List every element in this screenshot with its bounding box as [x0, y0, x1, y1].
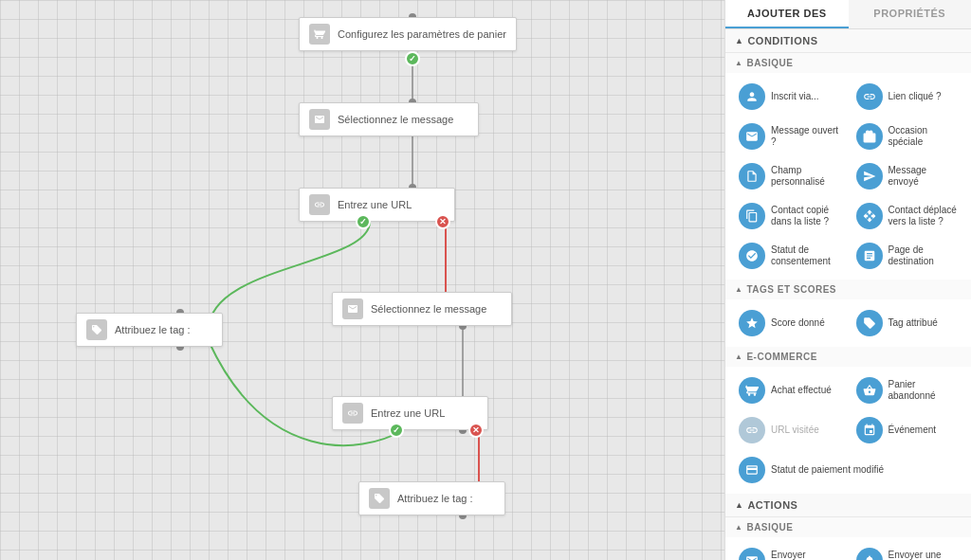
cond-label-tag-att: Tag attribué	[889, 317, 938, 329]
cond-icon-champ	[739, 163, 765, 190]
cond-icon-ouvert	[739, 123, 765, 150]
node-url-1[interactable]: Entrez une URL	[299, 188, 455, 222]
cond-statut-consentement[interactable]: Statut de consentement	[733, 238, 847, 274]
node-icon-msg1	[309, 109, 330, 130]
node-selectionnez-1[interactable]: Sélectionnez le message	[299, 102, 479, 136]
conditions-grid-ecommerce: Achat effectué Panier abandonné URL visi…	[725, 367, 971, 494]
node-label: Sélectionnez le message	[338, 114, 453, 125]
node-url-2[interactable]: Entrez une URL	[332, 396, 488, 430]
arrow-basique1: ▲	[735, 59, 742, 67]
conditions-grid-actions: Envoyer message Envoyer une notification…	[725, 537, 971, 560]
sub-section-tags-label: TAGS ET SCORES	[746, 284, 836, 295]
node-tag-1[interactable]: Attribuez le tag :	[76, 313, 223, 347]
node-label: Entrez une URL	[338, 199, 412, 210]
node-icon-tag1	[86, 319, 107, 340]
panel-tabs: AJOUTER DES PROPRIÉTÉS	[725, 0, 971, 29]
arrow-ecommerce: ▲	[735, 352, 742, 361]
cond-icon-consentement	[739, 243, 765, 269]
conditions-grid-tags: Score donné Tag attribué	[725, 299, 971, 347]
cond-message-ouvert[interactable]: Message ouvert ?	[733, 118, 847, 154]
cond-label-ouvert: Message ouvert ?	[771, 125, 841, 148]
cond-icon-copie	[739, 203, 765, 229]
cond-icon-score	[739, 310, 765, 336]
cond-label-url-vis: URL visitée	[771, 425, 819, 436]
cond-score-donne[interactable]: Score donné	[733, 305, 847, 341]
node-icon-url1	[309, 194, 330, 215]
cond-icon-paiement	[739, 457, 765, 483]
sub-section-basique2-label: BASIQUE	[746, 522, 793, 533]
cond-label-champ: Champ personnalisé	[771, 165, 841, 188]
connector-red-n3	[435, 214, 450, 229]
cond-label-panier: Panier abandonné	[889, 379, 959, 402]
node-icon-cart	[309, 24, 330, 45]
cond-label-event: Événement	[889, 425, 937, 436]
cond-icon-deplace	[856, 203, 883, 229]
cond-label-envoye: Message envoyé	[889, 165, 959, 188]
cond-occasion[interactable]: Occasion spéciale	[851, 118, 964, 154]
node-selectionnez-2[interactable]: Sélectionnez le message	[332, 292, 512, 326]
action-label-push: Envoyer une notification push	[889, 550, 959, 560]
arrow-conditions: ▲	[735, 36, 743, 45]
node-configurez[interactable]: Configurez les paramètres de panier	[299, 17, 517, 51]
cond-label-occasion: Occasion spéciale	[889, 125, 959, 148]
section-conditions[interactable]: ▲ CONDITIONS	[725, 29, 971, 53]
cond-icon-event	[856, 417, 883, 443]
sub-section-basique1-label: BASIQUE	[746, 58, 793, 68]
cond-tag-attribue[interactable]: Tag attribué	[851, 305, 964, 341]
cond-message-envoye[interactable]: Message envoyé	[851, 158, 964, 194]
cond-icon-panier	[856, 377, 883, 404]
action-icon-email	[739, 548, 765, 560]
section-actions[interactable]: ▲ ACTIONS	[725, 494, 971, 517]
arrow-actions: ▲	[735, 500, 743, 510]
cond-inscrit-via[interactable]: Inscrit via...	[733, 79, 847, 115]
cond-label-lien: Lien cliqué ?	[889, 91, 942, 102]
cond-icon-occasion	[856, 123, 883, 150]
section-conditions-label: CONDITIONS	[747, 35, 817, 46]
connector-green-n1	[405, 51, 420, 66]
arrow-basique2: ▲	[735, 523, 742, 532]
cond-label-inscrit: Inscrit via...	[771, 91, 819, 102]
node-label: Configurez les paramètres de panier	[338, 28, 506, 40]
cond-panier-abandonne[interactable]: Panier abandonné	[851, 372, 964, 408]
cond-lien-clique[interactable]: Lien cliqué ?	[851, 79, 964, 115]
cond-icon-lien	[856, 83, 883, 110]
sub-section-tags[interactable]: ▲ TAGS ET SCORES	[725, 280, 971, 299]
conditions-grid-basique: Inscrit via... Lien cliqué ? Message ouv…	[725, 73, 971, 280]
action-label-email: Envoyer message	[771, 550, 841, 560]
tab-proprietes[interactable]: PROPRIÉTÉS	[849, 0, 972, 28]
cond-url-visitee[interactable]: URL visitée	[733, 412, 847, 448]
tab-ajouter[interactable]: AJOUTER DES	[725, 0, 849, 28]
node-label: Attribuez le tag :	[115, 324, 191, 335]
cond-icon-url-vis	[739, 417, 765, 443]
cond-champ-perso[interactable]: Champ personnalisé	[733, 158, 847, 194]
connector-green-n6	[389, 423, 404, 438]
cond-label-achat: Achat effectué	[771, 385, 832, 396]
node-tag-2[interactable]: Attribuez le tag :	[358, 481, 505, 515]
action-envoyer-message[interactable]: Envoyer message	[733, 543, 847, 560]
cond-contact-deplace[interactable]: Contact déplacé vers la liste ?	[851, 198, 964, 234]
action-notif-push[interactable]: Envoyer une notification push	[851, 543, 964, 560]
node-icon-msg2	[342, 298, 363, 319]
cond-achat[interactable]: Achat effectué	[733, 372, 847, 408]
cond-evenement[interactable]: Événement	[851, 412, 964, 448]
cond-label-consentement: Statut de consentement	[771, 244, 841, 267]
node-label: Attribuez le tag :	[397, 493, 473, 504]
sub-section-basique2[interactable]: ▲ BASIQUE	[725, 517, 971, 537]
action-icon-push	[856, 548, 883, 560]
node-label: Sélectionnez le message	[371, 303, 486, 315]
cond-page-destination[interactable]: Page de destination	[851, 238, 964, 274]
cond-icon-tag-att	[856, 310, 883, 336]
cond-contact-copie[interactable]: Contact copié dans la liste ?	[733, 198, 847, 234]
cond-label-copie: Contact copié dans la liste ?	[771, 205, 841, 227]
sub-section-ecommerce-label: E-COMMERCE	[746, 352, 816, 362]
cond-statut-paiement[interactable]: Statut de paiement modifié	[733, 452, 963, 488]
cond-icon-achat	[739, 377, 765, 404]
connector-green-n3	[356, 214, 371, 229]
connector-red-n6	[468, 423, 484, 438]
sub-section-basique1[interactable]: ▲ BASIQUE	[725, 53, 971, 73]
cond-label-paiement: Statut de paiement modifié	[771, 464, 884, 476]
sub-section-ecommerce[interactable]: ▲ E-COMMERCE	[725, 347, 971, 367]
section-actions-label: ACTIONS	[747, 499, 797, 511]
node-icon-tag2	[369, 488, 390, 509]
workflow-canvas[interactable]: Configurez les paramètres de panier Séle…	[0, 0, 724, 560]
